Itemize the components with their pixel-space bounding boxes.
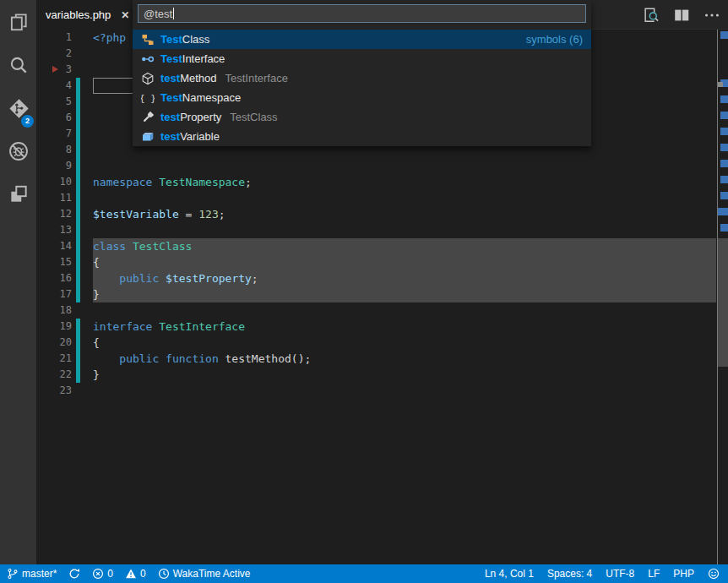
- files-icon: [8, 11, 30, 33]
- close-icon[interactable]: ✕: [121, 9, 129, 21]
- quick-open-item-testmethod[interactable]: testMethodTestInterface: [133, 68, 591, 88]
- quick-open-item-testclass[interactable]: TestClasssymbols (6): [133, 30, 591, 49]
- status-git-branch[interactable]: master*: [7, 568, 57, 580]
- symbol-label-match: Test: [160, 33, 182, 46]
- split-editor-button[interactable]: [671, 4, 693, 26]
- activity-debug[interactable]: [0, 129, 36, 172]
- warning-icon: [125, 568, 137, 580]
- class-icon: [141, 33, 155, 46]
- code-token: ();: [291, 352, 311, 365]
- code-line[interactable]: public $testProperty;: [93, 270, 258, 286]
- quick-open-input[interactable]: @test: [138, 4, 586, 23]
- status-php[interactable]: PHP: [673, 568, 694, 580]
- clock-icon: [158, 568, 170, 580]
- tab-variables-php[interactable]: variables.php ✕: [36, 0, 139, 30]
- quick-open-item-testproperty[interactable]: testPropertyTestClass: [133, 107, 591, 127]
- split-editor-icon: [672, 6, 691, 25]
- code-token: public function: [119, 352, 225, 365]
- status-lf[interactable]: LF: [648, 568, 660, 580]
- line-number: 11: [36, 190, 72, 206]
- quick-open-item-testnamespace[interactable]: TestNamespace: [133, 88, 591, 107]
- code-token: ;: [245, 176, 252, 188]
- workbench-main: variables.php ✕ 1<?php2345678910namespac…: [36, 0, 728, 564]
- code-line[interactable]: {: [93, 254, 100, 270]
- symbol-label: TestNamespace: [160, 91, 241, 104]
- code-token: namespace: [93, 176, 159, 188]
- status-ln-4-col-1[interactable]: Ln 4, Col 1: [485, 568, 534, 580]
- line-number: 22: [36, 367, 72, 383]
- line-number: 2: [36, 46, 72, 62]
- code-token: 123: [198, 208, 218, 221]
- code-token: ;: [252, 272, 258, 285]
- more-actions-icon: [703, 6, 721, 25]
- status-utf-8[interactable]: UTF-8: [606, 568, 634, 580]
- activity-search[interactable]: [0, 43, 36, 86]
- status-sync[interactable]: [68, 568, 80, 580]
- line-number: 23: [36, 383, 72, 399]
- code-line[interactable]: $testVariable = 123;: [93, 206, 225, 222]
- line-number: 20: [36, 335, 72, 351]
- status-label: PHP: [673, 568, 694, 580]
- code-line[interactable]: }: [93, 367, 100, 383]
- smiley-icon: [708, 568, 720, 580]
- code-line[interactable]: <?php: [93, 30, 126, 46]
- activity-files[interactable]: [0, 0, 36, 43]
- code-line[interactable]: interface TestInterface: [93, 319, 245, 335]
- search-icon: [8, 54, 30, 76]
- symbol-label-rest: Property: [180, 111, 221, 123]
- more-actions-button[interactable]: [701, 4, 723, 26]
- overview-ruler[interactable]: [717, 30, 728, 564]
- symbol-label-match: test: [160, 72, 180, 84]
- git-modified-indicator[interactable]: [76, 78, 80, 302]
- activity-extensions[interactable]: [0, 172, 36, 215]
- line-number: 17: [36, 286, 72, 302]
- code-line[interactable]: }: [93, 286, 100, 302]
- line-number: 12: [36, 206, 72, 222]
- status-warning[interactable]: 0: [125, 568, 146, 580]
- ruler-marker: [720, 128, 728, 135]
- open-preview-icon: [642, 6, 660, 25]
- code-line[interactable]: class TestClass: [93, 238, 192, 254]
- status-bar: master*00WakaTime Active Ln 4, Col 1Spac…: [0, 564, 728, 583]
- status-smiley[interactable]: [708, 568, 720, 580]
- code-token: TestNamespace: [159, 176, 245, 188]
- code-token: TestInterface: [159, 320, 245, 333]
- quick-open-list: TestClasssymbols (6)TestInterfacetestMet…: [133, 25, 591, 146]
- code-token: [93, 272, 119, 285]
- ruler-marker: [720, 31, 728, 39]
- quick-open-item-testvariable[interactable]: testVariable: [133, 127, 591, 146]
- status-spaces-4[interactable]: Spaces: 4: [547, 568, 592, 580]
- quick-open-item-testinterface[interactable]: TestInterface: [133, 49, 591, 68]
- line-number: 21: [36, 351, 72, 367]
- status-label: WakaTime Active: [173, 568, 251, 580]
- ruler-marker: [720, 224, 728, 232]
- activity-source-control[interactable]: 2: [0, 86, 36, 129]
- symbol-label-match: Test: [160, 91, 182, 104]
- status-clock[interactable]: WakaTime Active: [158, 568, 251, 580]
- activity-bar: 2: [0, 0, 36, 564]
- interface-icon: [141, 52, 155, 66]
- status-error[interactable]: 0: [92, 568, 113, 580]
- ruler-marker: [720, 95, 728, 103]
- code-token: [93, 352, 119, 365]
- extensions-icon: [8, 183, 30, 205]
- editor-actions: [640, 0, 723, 30]
- line-number: 8: [36, 142, 72, 158]
- symbol-label-match: test: [160, 111, 180, 123]
- code-line[interactable]: {: [93, 335, 100, 351]
- status-label: 0: [140, 568, 146, 580]
- code-line[interactable]: public function testMethod();: [93, 351, 311, 367]
- method-icon: [141, 72, 155, 85]
- tab-title: variables.php: [46, 8, 111, 21]
- code-token: {: [93, 336, 100, 349]
- code-token: TestClass: [133, 240, 192, 253]
- code-line[interactable]: namespace TestNamespace;: [93, 174, 252, 190]
- symbol-detail: TestClass: [230, 111, 277, 123]
- line-number: 7: [36, 126, 72, 142]
- git-modified-indicator[interactable]: [76, 319, 80, 383]
- symbol-label: testMethod: [160, 72, 217, 84]
- open-preview-button[interactable]: [640, 4, 662, 26]
- symbol-label-rest: Namespace: [182, 91, 241, 104]
- code-token: interface: [93, 320, 159, 333]
- status-bar-left: master*00WakaTime Active: [0, 568, 251, 580]
